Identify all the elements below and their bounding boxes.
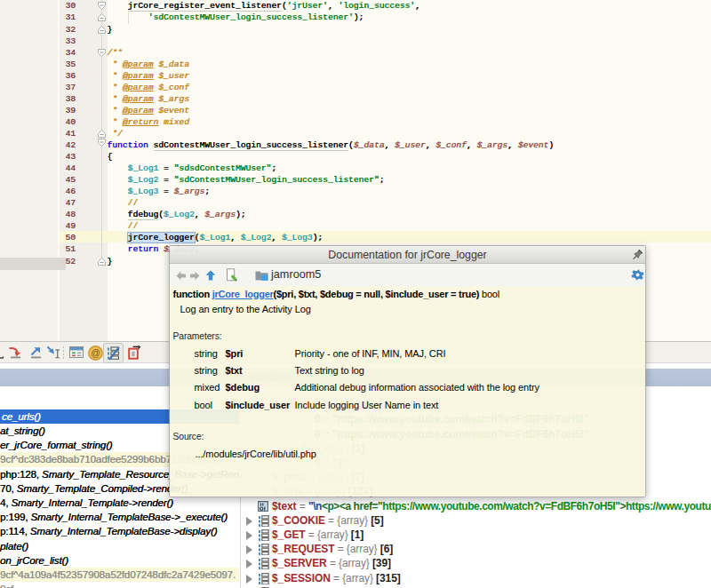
svg-text:@: @ <box>91 347 100 358</box>
